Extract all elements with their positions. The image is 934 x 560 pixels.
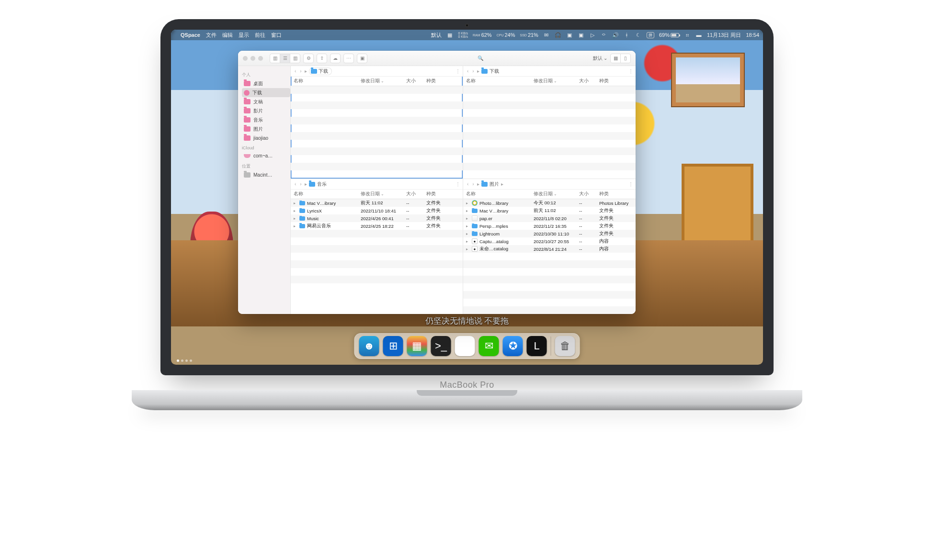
menu-view[interactable]: 显示 [239,32,249,39]
screen-button[interactable]: ▣ [357,54,367,63]
breadcrumb-current[interactable]: 音乐 [317,181,327,188]
sidebar-item-音乐[interactable]: 音乐 [242,115,290,124]
search-field[interactable]: 🔍 [478,56,483,61]
disclosure-triangle[interactable]: ▸ [294,216,297,221]
pane-bl[interactable]: ‹›▸音乐⋮名称修改日期 ⌄大小种类▸Mac V…ibrary前天 11:02-… [291,179,463,314]
pane-menu-button[interactable]: ⋮ [628,181,633,187]
sidebar-item-桌面[interactable]: 桌面 [242,79,290,88]
sidebar-item-影片[interactable]: 影片 [242,106,290,115]
dock-terminal[interactable]: >_ [431,336,451,356]
table-row[interactable]: ▸pap.er2022/11/8 02:20--文件夹 [463,214,636,222]
wifi-icon[interactable]: ⌔ [601,32,607,38]
ssd-stat[interactable]: SSD21% [520,32,538,38]
menu-go[interactable]: 前往 [255,32,265,39]
spaces-indicator[interactable] [177,359,192,362]
disclosure-triangle[interactable]: ▸ [466,209,470,213]
col-size[interactable]: 大小 [406,78,426,84]
dnd-icon[interactable]: ☾ [635,32,642,38]
breadcrumb-current[interactable]: 下载 [309,67,332,75]
table-row[interactable]: ▸Photo…library今天 00:12--Photos Library [463,199,636,207]
table-row[interactable]: ▸LyricsX2022/11/10 18:41--文件夹 [291,207,463,214]
col-name[interactable]: 名称 [294,78,361,84]
zoom-button[interactable] [258,56,263,61]
dock-windows[interactable]: ⊞ [383,336,403,356]
sidebar-item-下载[interactable]: 下载 [242,88,290,97]
pane-tr[interactable]: ‹›▸下载⋮名称修改日期 ⌄大小种类 [463,66,636,179]
share-button[interactable]: ⇪ [317,54,327,63]
view-mode-select[interactable]: 默认 ⌄ [593,55,607,62]
table-row[interactable]: ▸●未命…catalog2022/8/14 21:24--内容 [463,245,636,253]
dock-logseq[interactable]: L [527,336,547,356]
disclosure-triangle[interactable]: ▸ [466,239,470,244]
disclosure-triangle[interactable]: ▸ [466,201,470,205]
settings-gear-button[interactable]: ⚙ [303,54,314,63]
volume-icon[interactable]: 🔊 [612,32,619,38]
bluetooth-icon[interactable]: ᚼ [624,32,630,38]
table-row[interactable]: ▸网易云音乐2022/4/25 18:22--文件夹 [291,222,463,230]
play-icon[interactable]: ▷ [589,32,596,38]
table-row[interactable]: ▸Persp…mples2022/11/2 16:35--文件夹 [463,222,636,230]
cpu-stat[interactable]: CPU24% [497,32,515,38]
menu-window[interactable]: 窗口 [271,32,282,39]
table-row[interactable]: ▸●Captu…atalog2022/10/27 20:55--内容 [463,237,636,245]
dock-chrome[interactable]: ◉ [455,336,475,356]
layout-grid-button[interactable]: ▦ [610,54,621,63]
col-date[interactable]: 修改日期 ⌄ [361,191,406,197]
col-kind[interactable]: 种类 [599,78,633,84]
col-size[interactable]: 大小 [579,78,599,84]
app-l-icon[interactable]: ▣ [566,32,573,38]
view-columns-button[interactable]: ▥ [290,54,300,63]
dock-safari[interactable]: ✪ [503,336,523,356]
breadcrumb-current[interactable]: 下载 [490,68,499,75]
pane-tl[interactable]: ‹›▸下载⋮名称修改日期 ⌄大小种类 [291,66,463,179]
col-date[interactable]: 修改日期 ⌄ [534,191,579,197]
pane-menu-button[interactable]: ⋮ [456,181,460,187]
disclosure-triangle[interactable]: ▸ [294,201,297,205]
photos-icon[interactable]: ▣ [578,32,584,38]
disclosure-triangle[interactable]: ▸ [466,232,470,236]
disclosure-triangle[interactable]: ▸ [466,247,470,251]
nav-back-button[interactable]: ‹ [466,181,469,187]
pane-br[interactable]: ‹›▸图片 ▸⋮名称修改日期 ⌄大小种类▸Photo…library今天 00:… [463,179,636,314]
pane-menu-button[interactable]: ⋮ [456,68,460,74]
action-button[interactable]: ⋯ [343,54,354,63]
col-date[interactable]: 修改日期 ⌄ [361,78,406,84]
sidebar-item-com~a…[interactable]: com~a… [242,151,290,160]
col-date[interactable]: 修改日期 ⌄ [534,78,579,84]
menu-edit[interactable]: 编辑 [222,32,233,39]
nav-forward-button[interactable]: › [471,68,475,74]
net-stat[interactable]: 0 KB/s0 KB/s [458,32,468,38]
pane-menu-button[interactable]: ⋮ [628,68,633,74]
table-row[interactable]: ▸Lightroom2022/10/30 11:10--文件夹 [463,230,636,237]
menu-file[interactable]: 文件 [206,32,216,39]
disclosure-triangle[interactable]: ▸ [294,224,297,228]
ram-stat[interactable]: RAM62% [473,32,492,38]
nav-forward-button[interactable]: › [471,181,475,187]
sidebar-item-jiaojiao[interactable]: jiaojiao [242,134,290,143]
wechat-icon[interactable]: ✉ [543,32,550,38]
grid-icon[interactable]: ▦ [446,32,453,38]
app-name-menu[interactable]: QSpace [181,32,200,38]
col-name[interactable]: 名称 [466,191,534,197]
view-list-button[interactable]: ☰ [280,54,290,63]
menubar-time[interactable]: 18:54 [746,32,759,38]
headphones-icon[interactable]: 🎧 [555,32,561,38]
col-name[interactable]: 名称 [294,191,361,197]
disclosure-triangle[interactable]: ▸ [466,216,470,221]
control-center-icon[interactable]: ⠶ [684,32,691,38]
table-row[interactable]: ▸Mac V…ibrary前天 11:02--文件夹 [291,199,463,207]
sidebar-item-Macint…[interactable]: Macint… [242,170,290,179]
sidebar-item-图片[interactable]: 图片 [242,124,290,134]
table-row[interactable]: ▸Mac V…ibrary前天 11:02--文件夹 [463,207,636,214]
dock-wechat[interactable]: ✉ [479,336,499,356]
input-source[interactable]: 拼 [647,32,654,38]
col-name[interactable]: 名称 [466,78,534,84]
close-button[interactable] [243,56,248,61]
disclosure-triangle[interactable]: ▸ [294,209,297,213]
nav-back-button[interactable]: ‹ [294,181,297,187]
dock-launchpad[interactable]: ▦ [407,336,427,356]
view-icons-button[interactable]: ▥ [270,54,280,63]
menubar-date[interactable]: 11月13日 周日 [707,32,741,39]
status-default[interactable]: 默认 [431,32,442,39]
col-size[interactable]: 大小 [579,191,599,197]
